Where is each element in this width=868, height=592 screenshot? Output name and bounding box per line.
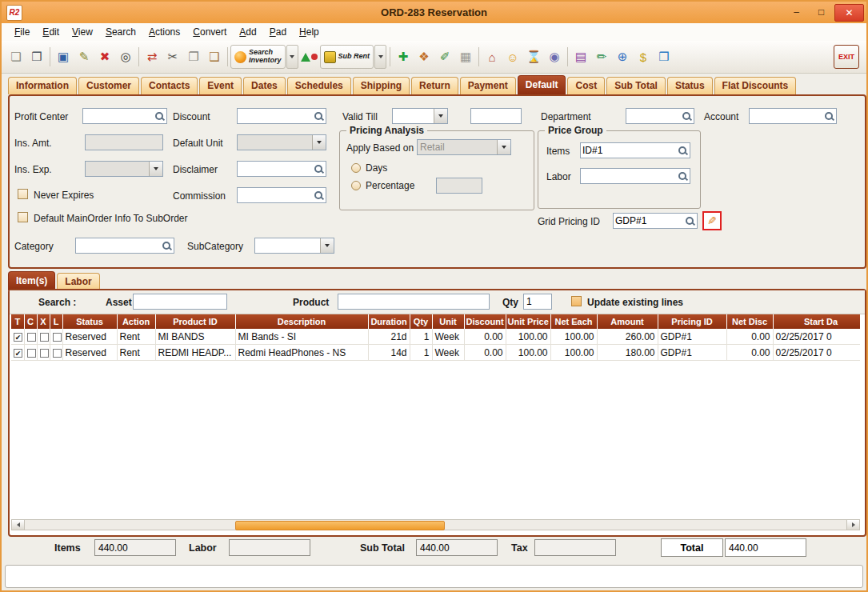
maximize-button[interactable]: □ <box>810 4 833 20</box>
scroll-right-button[interactable] <box>846 520 859 530</box>
default-mainorder-checkbox[interactable] <box>18 212 28 222</box>
search-icon[interactable] <box>678 171 688 182</box>
col-header-net-each[interactable]: Net Each <box>550 314 597 329</box>
col-header-duration[interactable]: Duration <box>368 314 410 329</box>
menu-edit[interactable]: Edit <box>36 25 66 39</box>
copy-icon[interactable]: ❐ <box>183 46 204 67</box>
search-icon[interactable] <box>154 111 165 122</box>
grid-icon[interactable]: ▦ <box>455 46 476 67</box>
globe-icon[interactable]: ⊕ <box>612 46 633 67</box>
convert-order-icon[interactable]: ⇄ <box>142 46 162 67</box>
col-header-description[interactable]: Description <box>235 314 368 329</box>
shapes-icon[interactable] <box>299 46 320 67</box>
minimize-button[interactable]: – <box>785 4 808 20</box>
cut-icon[interactable]: ✂ <box>162 46 183 67</box>
table-row[interactable]: ReservedRentMI BANDSMI Bands - SI21d1Wee… <box>11 329 860 345</box>
row-checkbox[interactable] <box>40 349 49 358</box>
row-checkbox[interactable] <box>27 333 36 342</box>
books-icon[interactable]: ▤ <box>570 46 591 67</box>
price-group-labor-field[interactable] <box>580 168 690 184</box>
col-header-l[interactable]: L <box>50 314 62 329</box>
tab-schedules[interactable]: Schedules <box>287 77 351 94</box>
tab-information[interactable]: Information <box>8 77 77 94</box>
col-header-discount[interactable]: Discount <box>464 314 506 329</box>
table-row[interactable]: ReservedRentREDMI HEADP...Redmi HeadPhon… <box>11 345 860 361</box>
find-icon[interactable]: ◎ <box>115 46 136 67</box>
print-icon[interactable]: ❒ <box>26 46 47 67</box>
commission-input[interactable] <box>238 189 314 202</box>
update-existing-lines-checkbox[interactable] <box>571 296 582 306</box>
tab-customer[interactable]: Customer <box>78 77 139 94</box>
valid-till-select[interactable] <box>392 108 448 124</box>
row-checkbox[interactable] <box>27 349 36 358</box>
kits-icon[interactable]: ❖ <box>414 46 434 67</box>
profit-center-field[interactable] <box>82 108 167 124</box>
fax-icon[interactable]: ⌂ <box>482 46 502 67</box>
close-button[interactable]: ✕ <box>834 4 864 22</box>
h-scrollbar[interactable] <box>11 519 860 530</box>
search-icon[interactable] <box>685 216 695 226</box>
col-header-amount[interactable]: Amount <box>597 314 658 329</box>
col-header-action[interactable]: Action <box>117 314 155 329</box>
menu-file[interactable]: File <box>8 25 36 39</box>
menu-help[interactable]: Help <box>293 25 326 39</box>
col-header-status[interactable]: Status <box>62 314 117 329</box>
tab-event[interactable]: Event <box>199 77 242 94</box>
row-checkbox[interactable] <box>40 333 49 342</box>
menu-view[interactable]: View <box>66 25 99 39</box>
scroll-left-button[interactable] <box>12 520 25 530</box>
tab-cost[interactable]: Cost <box>567 77 605 94</box>
save-icon[interactable]: ▣ <box>53 46 74 67</box>
col-header-x[interactable]: X <box>37 314 50 329</box>
tab-dates[interactable]: Dates <box>243 77 286 94</box>
commission-field[interactable] <box>237 187 326 203</box>
color-print-icon[interactable]: ❒ <box>654 46 674 67</box>
price-group-items-field[interactable] <box>580 142 690 158</box>
tab-status[interactable]: Status <box>667 77 713 94</box>
scroll-track[interactable] <box>25 520 846 530</box>
grid-pricing-id-field[interactable] <box>613 213 698 229</box>
items-tab-item-s[interactable]: Item(s) <box>8 271 55 290</box>
add-item-icon[interactable]: ✚ <box>393 46 414 67</box>
tab-default[interactable]: Default <box>518 75 566 94</box>
col-header-c[interactable]: C <box>24 314 37 329</box>
new-document-icon[interactable]: ❏ <box>6 46 26 67</box>
search-icon[interactable] <box>824 111 834 122</box>
menu-add[interactable]: Add <box>233 25 262 39</box>
grid-pricing-edit-button[interactable] <box>702 211 722 230</box>
col-header-start-da[interactable]: Start Da <box>773 314 860 329</box>
col-header-t[interactable]: T <box>11 314 24 329</box>
department-field[interactable] <box>626 108 694 124</box>
row-checkbox[interactable] <box>14 333 22 342</box>
tab-contacts[interactable]: Contacts <box>141 77 198 94</box>
search-icon[interactable] <box>682 111 692 122</box>
col-header-qty[interactable]: Qty <box>410 314 432 329</box>
menu-convert[interactable]: Convert <box>186 25 233 39</box>
menu-search[interactable]: Search <box>99 25 142 39</box>
disclaimer-field[interactable] <box>237 161 326 177</box>
department-input[interactable] <box>626 110 682 122</box>
paste-icon[interactable]: ❑ <box>204 46 225 67</box>
asset-input[interactable] <box>133 294 227 310</box>
valid-till-time-input[interactable] <box>470 108 522 124</box>
qty-input[interactable] <box>523 294 552 310</box>
category-input[interactable] <box>76 239 162 252</box>
never-expires-checkbox[interactable] <box>18 189 28 199</box>
search-inventory-dropdown-button[interactable] <box>286 45 298 69</box>
search-icon[interactable] <box>314 164 324 174</box>
document-edit-icon[interactable]: ✏ <box>591 46 612 67</box>
search-icon[interactable] <box>678 146 688 156</box>
col-header-unit-price[interactable]: Unit Price <box>506 314 550 329</box>
col-header-unit[interactable]: Unit <box>432 314 464 329</box>
col-header-product-id[interactable]: Product ID <box>155 314 235 329</box>
menu-actions[interactable]: Actions <box>142 25 186 39</box>
search-icon[interactable] <box>314 190 324 201</box>
search-inventory-button[interactable]: Search Inventory <box>230 45 286 69</box>
clock-icon[interactable]: ⌛ <box>523 46 544 67</box>
account-input[interactable] <box>750 110 824 122</box>
days-radio[interactable] <box>351 163 361 173</box>
disclaimer-input[interactable] <box>238 162 314 175</box>
row-checkbox[interactable] <box>14 349 22 358</box>
discount-input[interactable] <box>238 110 314 122</box>
smiley-icon[interactable]: ☺ <box>502 46 523 67</box>
